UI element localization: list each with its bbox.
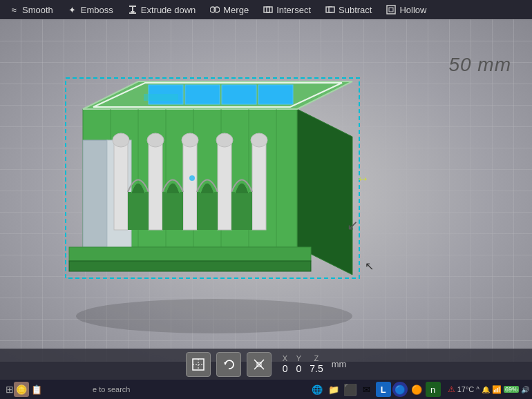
- y-label: Y: [296, 354, 301, 362]
- center-button[interactable]: [186, 352, 211, 377]
- taskbar-search-text: e to search: [93, 385, 130, 393]
- statusbar: X 0 Y 0 Z 7.5 mm: [0, 349, 532, 380]
- 3d-model: ↔ ↙ ↖: [0, 19, 532, 362]
- x-value: 0: [283, 363, 288, 374]
- emboss-icon: ✦: [67, 4, 78, 15]
- cut-button[interactable]: [247, 352, 272, 377]
- svg-rect-9: [329, 7, 334, 12]
- taskbar-app-circle[interactable]: 🔵: [392, 382, 408, 397]
- svg-rect-46: [69, 247, 311, 261]
- svg-point-48: [189, 175, 195, 181]
- coord-x: X 0: [283, 354, 288, 374]
- svg-point-41: [251, 133, 267, 147]
- toolbar-item-merge[interactable]: Merge: [204, 3, 254, 17]
- extrude-down-label: Extrude down: [141, 5, 196, 15]
- svg-rect-19: [258, 85, 293, 104]
- taskbar-app-edge[interactable]: 🌐: [310, 382, 325, 397]
- hollow-icon: [386, 4, 397, 15]
- taskbar-bell: 🔔: [482, 386, 490, 393]
- intersect-label: Intersect: [276, 5, 311, 15]
- svg-rect-36: [183, 140, 197, 230]
- svg-rect-32: [114, 140, 128, 230]
- svg-point-12: [76, 299, 352, 333]
- taskbar-app-folder[interactable]: 📁: [326, 382, 341, 397]
- svg-rect-44: [197, 192, 218, 230]
- svg-point-37: [182, 133, 198, 147]
- svg-rect-17: [185, 85, 220, 104]
- taskbar-network: 📶: [492, 385, 502, 394]
- taskbar-app-n[interactable]: n: [426, 382, 441, 397]
- hollow-label: Hollow: [399, 5, 426, 15]
- toolbar-item-intersect[interactable]: Intersect: [257, 3, 316, 17]
- y-value: 0: [296, 363, 301, 374]
- svg-marker-56: [224, 362, 227, 365]
- taskbar-app-coin[interactable]: 🪙: [14, 382, 29, 397]
- svg-rect-38: [218, 140, 231, 230]
- coordinates: X 0 Y 0 Z 7.5 mm: [283, 354, 347, 374]
- toolbar-item-hollow[interactable]: Hollow: [380, 3, 432, 17]
- windows-icon: ⊞: [6, 384, 14, 395]
- extrude-down-icon: [127, 4, 138, 15]
- intersect-icon: [263, 4, 274, 15]
- toolbar-item-subtract[interactable]: Subtract: [319, 3, 377, 17]
- coord-z: Z 7.5: [310, 354, 323, 374]
- taskbar-temp-warning: ⚠: [448, 385, 455, 394]
- svg-rect-20: [144, 94, 178, 101]
- undo-button[interactable]: [216, 352, 241, 377]
- coord-y: Y 0: [296, 354, 301, 374]
- taskbar-volume: 🔊: [521, 386, 529, 393]
- svg-rect-40: [252, 140, 266, 230]
- smooth-label: Smooth: [22, 5, 53, 15]
- subtract-label: Subtract: [339, 5, 372, 15]
- taskbar-app-mail[interactable]: ✉: [359, 382, 374, 397]
- svg-rect-30: [83, 140, 107, 247]
- svg-rect-42: [128, 192, 149, 230]
- viewport[interactable]: 50 mm: [0, 19, 532, 362]
- subtract-icon: [325, 4, 336, 15]
- merge-icon: [209, 4, 220, 15]
- z-label: Z: [314, 354, 319, 362]
- merge-label: Merge: [223, 5, 249, 15]
- taskbar: ⊞ 🪙 📋 e to search 🌐 📁 ⬛ ✉ L 🔵 🟠 n ⚠ 17°C…: [0, 380, 532, 399]
- svg-point-39: [216, 133, 233, 147]
- svg-text:↖: ↖: [365, 260, 374, 272]
- smooth-icon: ≈: [8, 4, 19, 15]
- svg-rect-18: [222, 85, 256, 104]
- svg-rect-2: [132, 7, 133, 11]
- svg-rect-45: [231, 192, 252, 230]
- svg-point-35: [147, 133, 164, 147]
- taskbar-caret[interactable]: ^: [476, 386, 479, 393]
- taskbar-app-doc[interactable]: 📋: [29, 382, 44, 397]
- toolbar: ≈ Smooth ✦ Emboss Extrude down Merge Int…: [0, 0, 532, 19]
- svg-rect-47: [69, 261, 311, 271]
- svg-rect-0: [129, 6, 136, 7]
- svg-point-33: [113, 133, 129, 147]
- svg-rect-11: [389, 8, 393, 12]
- svg-rect-43: [162, 192, 183, 230]
- svg-text:↙: ↙: [347, 217, 359, 233]
- svg-point-5: [214, 7, 220, 12]
- z-value: 7.5: [310, 363, 323, 374]
- toolbar-item-smooth[interactable]: ≈ Smooth: [3, 3, 59, 17]
- taskbar-app-orange[interactable]: 🟠: [409, 382, 424, 397]
- toolbar-item-extrude-down[interactable]: Extrude down: [122, 3, 202, 17]
- taskbar-app-blue1[interactable]: L: [376, 382, 391, 397]
- taskbar-temp: 17°C: [457, 385, 475, 393]
- taskbar-battery-badge: 69%: [504, 386, 519, 393]
- svg-rect-34: [149, 140, 162, 230]
- x-label: X: [283, 354, 287, 362]
- emboss-label: Emboss: [81, 5, 113, 15]
- svg-text:↔: ↔: [356, 171, 370, 186]
- toolbar-item-emboss[interactable]: ✦ Emboss: [61, 3, 119, 17]
- coord-unit: mm: [332, 359, 347, 369]
- taskbar-app-windows[interactable]: ⬛: [343, 382, 358, 397]
